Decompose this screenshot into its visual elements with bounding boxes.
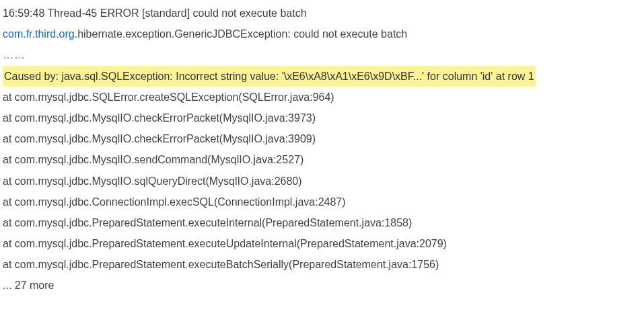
stack-frame: at com.mysql.jdbc.MysqlIO.sqlQueryDirect… (3, 171, 641, 192)
exception-line: com.fr.third.org.hibernate.exception.Gen… (3, 24, 641, 44)
caused-by-line: Caused by: java.sql.SQLException: Incorr… (3, 66, 641, 87)
stack-frame: at com.mysql.jdbc.MysqlIO.sendCommand(My… (3, 149, 641, 170)
ellipsis-line: …… (3, 44, 641, 65)
stack-frame: at com.mysql.jdbc.PreparedStatement.exec… (3, 212, 641, 233)
stack-frame: at com.mysql.jdbc.PreparedStatement.exec… (3, 254, 641, 275)
thread-name: Thread-45 (47, 7, 97, 19)
more-frames: ... 27 more (3, 275, 641, 296)
stack-frame: at com.mysql.jdbc.PreparedStatement.exec… (3, 233, 641, 254)
stack-frame: at com.mysql.jdbc.ConnectionImpl.execSQL… (3, 192, 641, 212)
log-level: ERROR (100, 7, 139, 19)
stack-frame: at com.mysql.jdbc.MysqlIO.checkErrorPack… (3, 108, 641, 128)
timestamp: 16:59:48 (3, 7, 44, 19)
exception-rest: .hibernate.exception.GenericJDBCExceptio… (75, 28, 408, 40)
log-header-line: 16:59:48 Thread-45 ERROR [standard] coul… (3, 3, 641, 24)
caused-by-highlight: Caused by: java.sql.SQLException: Incorr… (3, 66, 536, 87)
log-context: [standard] (142, 7, 190, 19)
package-link[interactable]: com.fr.third.org (3, 28, 75, 40)
stack-frame: at com.mysql.jdbc.MysqlIO.checkErrorPack… (3, 128, 641, 149)
stack-frame: at com.mysql.jdbc.SQLError.createSQLExce… (3, 87, 641, 108)
log-message: could not execute batch (193, 7, 307, 19)
